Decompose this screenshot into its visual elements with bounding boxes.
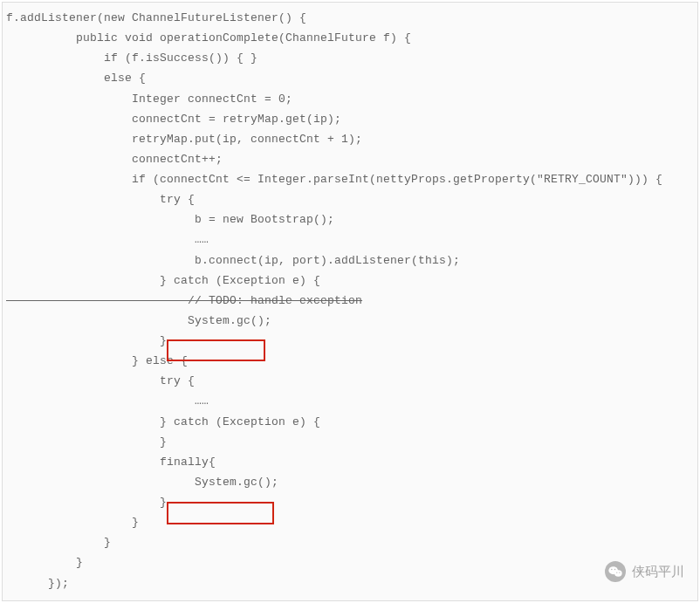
code-line: b.connect(ip, port).addListener(this); bbox=[6, 254, 460, 267]
code-line: Integer connectCnt = 0; bbox=[6, 93, 292, 106]
code-line: // TODO: handle exception bbox=[6, 294, 362, 307]
code-line: try { bbox=[6, 374, 195, 387]
code-content: f.addListener(new ChannelFutureListener(… bbox=[6, 8, 694, 593]
code-line: } bbox=[6, 496, 167, 509]
code-line: retryMap.put(ip, connectCnt + 1); bbox=[6, 133, 362, 146]
code-line: public void operationComplete(ChannelFut… bbox=[6, 31, 411, 45]
wechat-icon bbox=[605, 561, 626, 582]
svg-point-1 bbox=[614, 570, 622, 576]
code-line: try { bbox=[6, 193, 195, 206]
code-line: } bbox=[6, 556, 83, 569]
code-line: System.gc(); bbox=[6, 314, 271, 327]
svg-point-3 bbox=[614, 569, 615, 570]
code-line: } bbox=[6, 516, 139, 529]
code-line: } catch (Exception e) { bbox=[6, 415, 320, 428]
code-line: connectCnt++; bbox=[6, 153, 223, 166]
watermark: 侠码平川 bbox=[605, 561, 684, 582]
code-line: …… bbox=[6, 233, 209, 246]
code-line: if (f.isSuccess()) { } bbox=[6, 51, 257, 65]
code-line: b = new Bootstrap(); bbox=[6, 213, 334, 226]
code-line: }); bbox=[6, 577, 69, 590]
code-line: if (connectCnt <= Integer.parseInt(netty… bbox=[6, 173, 662, 186]
svg-point-2 bbox=[611, 569, 612, 570]
code-block: f.addListener(new ChannelFutureListener(… bbox=[2, 2, 698, 601]
code-line: connectCnt = retryMap.get(ip); bbox=[6, 113, 341, 126]
svg-point-4 bbox=[616, 572, 617, 573]
code-line: } bbox=[6, 435, 167, 449]
code-line: } bbox=[6, 536, 111, 549]
watermark-text: 侠码平川 bbox=[632, 564, 684, 580]
code-line: finally{ bbox=[6, 456, 216, 469]
code-line: else { bbox=[6, 72, 146, 85]
code-line: …… bbox=[6, 394, 209, 408]
svg-point-5 bbox=[619, 572, 620, 573]
code-line: } bbox=[6, 334, 167, 347]
code-line: f.addListener(new ChannelFutureListener(… bbox=[6, 11, 306, 24]
code-line: } else { bbox=[6, 354, 188, 367]
code-line: System.gc(); bbox=[6, 476, 278, 489]
code-line: } catch (Exception e) { bbox=[6, 274, 320, 287]
